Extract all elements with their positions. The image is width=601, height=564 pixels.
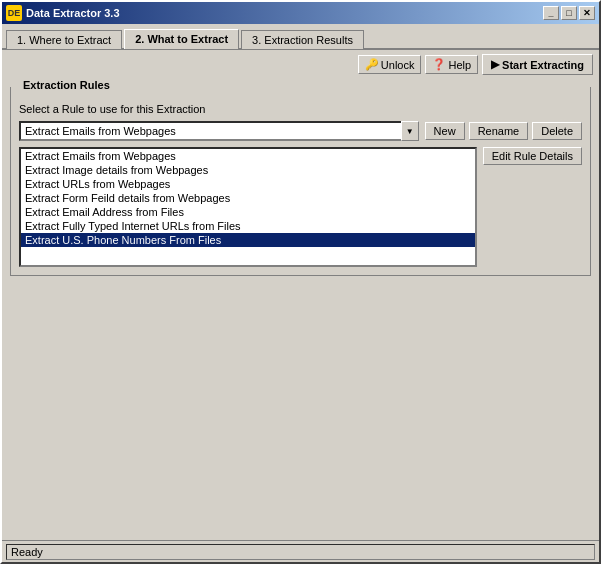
help-button[interactable]: ❓ Help: [425, 55, 478, 74]
edit-rule-button[interactable]: Edit Rule Details: [483, 147, 582, 165]
list-item[interactable]: Extract Fully Typed Internet URLs from F…: [21, 219, 475, 233]
titlebar: DE Data Extractor 3.3 _ □ ✕: [2, 2, 599, 24]
groupbox-title: Extraction Rules: [19, 79, 114, 91]
unlock-label: Unlock: [381, 59, 415, 71]
start-extracting-button[interactable]: ▶ Start Extracting: [482, 54, 593, 75]
rule-listbox[interactable]: Extract Emails from WebpagesExtract Imag…: [19, 147, 477, 267]
main-content: Extraction Rules Select a Rule to use fo…: [2, 79, 599, 540]
dropdown-row: Extract Emails from WebpagesExtract Imag…: [19, 121, 582, 141]
tab-bar: 1. Where to Extract 2. What to Extract 3…: [2, 24, 599, 50]
tab-where-to-extract[interactable]: 1. Where to Extract: [6, 30, 122, 49]
groupbox-subtitle: Select a Rule to use for this Extraction: [19, 103, 582, 115]
toolbar: 🔑 Unlock ❓ Help ▶ Start Extracting: [2, 50, 599, 79]
rule-dropdown-wrapper: Extract Emails from WebpagesExtract Imag…: [19, 121, 419, 141]
close-button[interactable]: ✕: [579, 6, 595, 20]
rename-rule-button[interactable]: Rename: [469, 122, 529, 140]
main-window: DE Data Extractor 3.3 _ □ ✕ 1. Where to …: [0, 0, 601, 564]
start-icon: ▶: [491, 58, 499, 71]
list-item[interactable]: Extract Emails from Webpages: [21, 149, 475, 163]
list-item[interactable]: Extract Form Feild details from Webpages: [21, 191, 475, 205]
new-rule-button[interactable]: New: [425, 122, 465, 140]
list-item[interactable]: Extract Email Address from Files: [21, 205, 475, 219]
help-label: Help: [448, 59, 471, 71]
listbox-container: Extract Emails from WebpagesExtract Imag…: [19, 147, 477, 267]
window-title: Data Extractor 3.3: [26, 7, 543, 19]
extraction-rules-groupbox: Extraction Rules Select a Rule to use fo…: [10, 87, 591, 276]
key-icon: 🔑: [365, 58, 379, 71]
rule-action-buttons: New Rename Delete: [425, 122, 582, 140]
list-item[interactable]: Extract Image details from Webpages: [21, 163, 475, 177]
titlebar-buttons: _ □ ✕: [543, 6, 595, 20]
tab-what-to-extract[interactable]: 2. What to Extract: [124, 29, 239, 49]
rule-dropdown[interactable]: Extract Emails from WebpagesExtract Imag…: [19, 121, 419, 141]
statusbar-panel: Ready: [6, 544, 595, 560]
help-icon: ❓: [432, 58, 446, 71]
list-item[interactable]: Extract U.S. Phone Numbers From Files: [21, 233, 475, 247]
list-item[interactable]: Extract URLs from Webpages: [21, 177, 475, 191]
minimize-button[interactable]: _: [543, 6, 559, 20]
delete-rule-button[interactable]: Delete: [532, 122, 582, 140]
statusbar: Ready: [2, 540, 599, 562]
start-label: Start Extracting: [502, 59, 584, 71]
rules-layout: Extract Emails from WebpagesExtract Imag…: [19, 147, 582, 267]
app-icon: DE: [6, 5, 22, 21]
unlock-button[interactable]: 🔑 Unlock: [358, 55, 422, 74]
rules-right-panel: Edit Rule Details: [483, 147, 582, 267]
maximize-button[interactable]: □: [561, 6, 577, 20]
tab-extraction-results[interactable]: 3. Extraction Results: [241, 30, 364, 49]
status-text: Ready: [11, 546, 43, 558]
